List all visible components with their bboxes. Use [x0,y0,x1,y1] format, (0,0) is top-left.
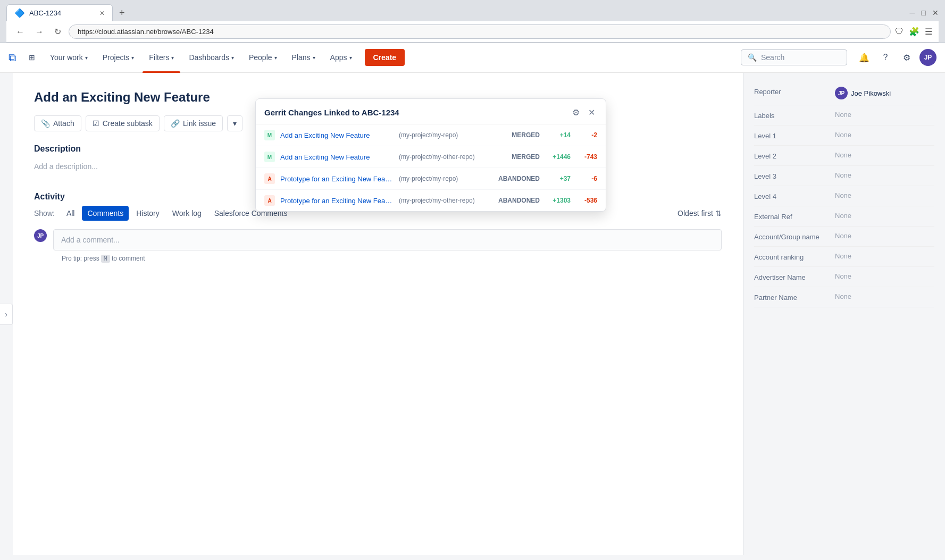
more-actions-button[interactable]: ▾ [227,115,242,131]
gerrit-row1-status: MERGED [495,131,540,139]
paperclip-icon: 📎 [41,119,50,128]
advertiser-name-value[interactable]: None [835,272,851,280]
attach-label: Attach [53,119,74,128]
protip-prefix: Pro tip: press [62,255,99,262]
tab-history[interactable]: History [131,206,165,221]
level4-value[interactable]: None [835,191,851,199]
level4-label: Level 4 [754,191,829,200]
create-button[interactable]: Create [365,49,405,66]
nav-item-plans[interactable]: Plans ▾ [286,43,322,72]
gerrit-row4-link[interactable]: Prototype for an Exciting New Feature [280,197,394,205]
account-group-label: Account/Group name [754,232,829,241]
gerrit-row3-status: ABANDONED [495,175,540,182]
tab-all[interactable]: All [61,206,80,221]
gerrit-row-1: M Add an Exciting New Feature (my-projec… [256,124,606,146]
nav-item-grid[interactable]: ⊞ [22,43,41,72]
gerrit-row2-removed: -743 [576,153,597,161]
help-button[interactable]: ? [877,49,894,66]
field-row-level1: Level 1 None [754,126,934,146]
nav-item-filters[interactable]: Filters ▾ [143,43,180,72]
labels-value[interactable]: None [835,111,851,119]
jira-logo[interactable]: ⧉ [9,52,16,64]
account-group-value[interactable]: None [835,232,851,240]
reload-button[interactable]: ↻ [51,24,64,39]
gerrit-row1-status-icon: M [264,130,275,140]
search-icon: 🔍 [748,53,757,62]
people-chevron: ▾ [274,55,277,61]
partner-name-value[interactable]: None [835,292,851,300]
create-subtask-button[interactable]: ☑ Create subtask [86,115,160,131]
gerrit-header: Gerrit Changes Linked to ABC-1234 ⚙ ✕ [256,99,606,124]
close-button[interactable]: ✕ [932,9,939,17]
comment-input[interactable]: Add a comment... [53,229,722,250]
window-controls: ─ □ ✕ [910,9,939,17]
maximize-button[interactable]: □ [922,9,926,17]
level3-value[interactable]: None [835,171,851,179]
show-label: Show: [34,209,55,218]
gerrit-row1-link[interactable]: Add an Exciting New Feature [280,131,394,139]
filters-chevron: ▾ [171,55,174,61]
account-ranking-value[interactable]: None [835,252,851,260]
browser-chrome: 🔷 ABC-1234 ✕ + ─ □ ✕ ← → ↻ 🛡 🧩 ☰ [0,0,945,43]
labels-label: Labels [754,111,829,120]
level1-value[interactable]: None [835,131,851,139]
gerrit-close-button[interactable]: ✕ [586,106,597,119]
notification-button[interactable]: 🔔 [856,49,873,66]
gerrit-settings-button[interactable]: ⚙ [570,106,582,119]
people-label: People [249,53,272,62]
gerrit-row1-removed: -2 [576,131,597,139]
nav-item-projects[interactable]: Projects ▾ [96,43,141,72]
sidebar-toggle-button[interactable]: › [0,304,13,325]
nav-search-box[interactable]: 🔍 Search [741,49,847,65]
main-content: › Add an Exciting New Feature 📎 Attach ☑… [0,73,945,555]
field-row-partner-name: Partner Name None [754,287,934,307]
address-bar[interactable] [69,24,891,39]
back-button[interactable]: ← [13,25,28,39]
extension-icon: 🧩 [909,27,919,37]
protip-key: M [101,255,110,263]
level2-value[interactable]: None [835,151,851,159]
nav-icon-group: 🔔 ? ⚙ JP [856,49,936,66]
gerrit-row3-link[interactable]: Prototype for an Exciting New Feature [280,175,394,183]
tab-worklog[interactable]: Work log [167,206,207,221]
tab-comments[interactable]: Comments [82,206,129,221]
field-row-reporter: Reporter JP Joe Pikowski [754,81,934,105]
link-issue-button[interactable]: 🔗 Link issue [164,115,223,131]
gerrit-title: Gerrit Changes Linked to ABC-1234 [264,108,399,117]
partner-name-label: Partner Name [754,292,829,302]
sort-label: Oldest first [678,209,713,218]
field-row-labels: Labels None [754,105,934,126]
field-row-advertiser-name: Advertiser Name None [754,267,934,287]
nav-item-apps[interactable]: Apps ▾ [324,43,358,72]
gerrit-row4-added: +1303 [545,197,571,204]
sort-control[interactable]: Oldest first ⇅ [678,209,722,218]
shield-icon: 🛡 [895,27,904,37]
search-placeholder: Search [761,53,784,62]
new-tab-button[interactable]: + [115,5,129,21]
attach-button[interactable]: 📎 Attach [34,115,81,131]
tab-close-button[interactable]: ✕ [99,10,105,17]
subtask-icon: ☑ [93,119,99,128]
browser-tab-bar: 🔷 ABC-1234 ✕ + ─ □ ✕ [6,4,939,21]
forward-button[interactable]: → [32,25,47,39]
settings-button[interactable]: ⚙ [898,49,915,66]
minimize-button[interactable]: ─ [910,9,915,17]
apps-chevron: ▾ [349,55,352,61]
chevron-down-icon: ▾ [233,119,237,128]
nav-item-people[interactable]: People ▾ [242,43,283,72]
protip-text: Pro tip: press M to comment [62,255,722,262]
nav-item-dashboards[interactable]: Dashboards ▾ [182,43,240,72]
link-icon: 🔗 [171,119,180,128]
gerrit-row-2: M Add an Exciting New Feature (my-projec… [256,146,606,168]
gerrit-row-3: A Prototype for an Exciting New Feature … [256,168,606,190]
field-row-account-group: Account/Group name None [754,227,934,247]
advertiser-name-label: Advertiser Name [754,272,829,281]
link-label: Link issue [183,119,216,128]
browser-tab-active[interactable]: 🔷 ABC-1234 ✕ [6,4,113,21]
filters-label: Filters [149,53,169,62]
external-ref-value[interactable]: None [835,212,851,220]
gerrit-row2-link[interactable]: Add an Exciting New Feature [280,153,394,161]
nav-item-your-work[interactable]: Your work ▾ [44,43,94,72]
menu-icon[interactable]: ☰ [925,27,932,37]
user-avatar[interactable]: JP [919,49,936,66]
